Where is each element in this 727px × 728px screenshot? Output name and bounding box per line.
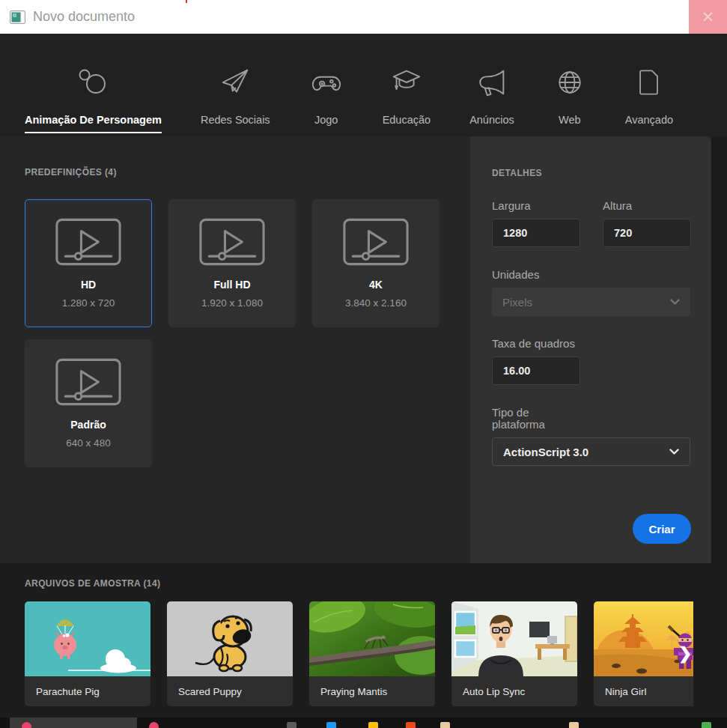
globe-icon: [553, 64, 586, 101]
window-title: Novo documento: [33, 9, 135, 25]
graduation-cap-icon: [389, 64, 424, 101]
platform-label: Tipo de plataforma: [492, 407, 690, 431]
width-label: Largura: [492, 200, 580, 212]
details-header: DETALHES: [492, 168, 690, 178]
preset-name: HD: [81, 279, 96, 291]
sample-name: Auto Lip Sync: [451, 676, 577, 706]
tab-animacao-de-personagem[interactable]: Animação De Personagem: [25, 64, 162, 136]
taskbar-icon[interactable]: [326, 722, 336, 728]
taskbar-icon[interactable]: [368, 722, 378, 728]
sample-name: Scared Puppy: [167, 676, 293, 706]
video-player-icon: [55, 358, 121, 406]
framerate-label: Taxa de quadros: [492, 338, 690, 350]
width-input[interactable]: [492, 219, 580, 247]
sample-card-auto-lip-sync[interactable]: Auto Lip Sync: [451, 601, 577, 706]
sample-name: Parachute Pig: [25, 676, 150, 706]
framerate-input[interactable]: [492, 357, 580, 385]
platform-select[interactable]: ActionScript 3.0: [492, 437, 690, 466]
megaphone-icon: [475, 64, 509, 101]
taskbar-icon[interactable]: [287, 722, 296, 728]
tab-redes-sociais[interactable]: Redes Sociais: [201, 64, 270, 136]
title-bar: Novo documento ✕: [0, 0, 727, 34]
cursor-artifact: [186, 0, 187, 3]
tab-anuncios[interactable]: Anúncios: [469, 64, 514, 136]
dialog-content: PREDEFINIÇÕES (4) HD 1.280 x 720: [0, 136, 727, 563]
height-label: Altura: [603, 200, 691, 212]
video-player-icon: [55, 218, 121, 266]
preset-name: 4K: [369, 279, 383, 291]
taskbar-icon[interactable]: [440, 722, 450, 728]
preset-grid: HD 1.280 x 720 Full HD 1.920 x 1.080: [25, 199, 470, 467]
presets-header: PREDEFINIÇÕES (4): [25, 167, 470, 178]
samples-row: Parachute Pig Scared Puppy: [25, 601, 693, 706]
document-icon: [633, 64, 666, 101]
video-player-icon: [199, 218, 265, 266]
preset-dimensions: 640 x 480: [66, 437, 110, 449]
taskbar-icon[interactable]: [702, 722, 711, 728]
preset-dimensions: 3.840 x 2.160: [345, 297, 407, 309]
auto-lip-sync-thumbnail: [451, 601, 577, 676]
right-gutter: [711, 136, 727, 563]
taskbar-icon[interactable]: [149, 722, 159, 728]
height-field: Altura: [603, 178, 691, 247]
samples-next-arrow[interactable]: ❯: [678, 644, 692, 664]
height-input[interactable]: [603, 219, 691, 247]
app-icon: [10, 10, 25, 24]
character-animation-icon: [75, 64, 111, 101]
category-tabs: Animação De Personagem Redes Sociais J: [0, 34, 727, 136]
chevron-down-icon: [670, 299, 680, 306]
scared-puppy-thumbnail: [167, 601, 293, 676]
sample-card-parachute-pig[interactable]: Parachute Pig: [25, 601, 150, 706]
preset-card-4k[interactable]: 4K 3.840 x 2.160: [312, 199, 439, 327]
units-select[interactable]: Pixels: [492, 288, 690, 316]
sample-card-scared-puppy[interactable]: Scared Puppy: [167, 601, 293, 706]
taskbar-icon[interactable]: [22, 722, 31, 728]
preset-dimensions: 1.920 x 1.080: [201, 297, 263, 309]
presets-section: PREDEFINIÇÕES (4) HD 1.280 x 720: [0, 136, 470, 467]
sample-card-praying-mantis[interactable]: Praying Mantis: [309, 601, 435, 706]
preset-card-full-hd[interactable]: Full HD 1.920 x 1.080: [168, 199, 296, 327]
preset-dimensions: 1.280 x 720: [62, 297, 115, 309]
width-field: Largura: [492, 178, 580, 247]
gamepad-icon: [309, 64, 344, 101]
preset-name: Full HD: [214, 279, 251, 291]
praying-mantis-thumbnail: [309, 601, 435, 676]
taskbar-icon[interactable]: [406, 722, 416, 728]
ninja-girl-thumbnail: [594, 601, 693, 676]
tab-educacao[interactable]: Educação: [383, 64, 431, 136]
parachute-pig-thumbnail: [25, 601, 150, 676]
taskbar-icon[interactable]: [569, 722, 579, 728]
tab-jogo[interactable]: Jogo: [309, 64, 344, 136]
paper-plane-icon: [218, 64, 252, 101]
samples-header: ARQUIVOS DE AMOSTRA (14): [25, 578, 160, 589]
new-document-dialog: Novo documento ✕ Animação De Personagem …: [0, 0, 727, 728]
create-button[interactable]: Criar: [633, 514, 691, 544]
units-label: Unidades: [492, 269, 690, 281]
windows-taskbar[interactable]: [0, 718, 727, 728]
sample-files-section: ARQUIVOS DE AMOSTRA (14): [0, 563, 727, 718]
chevron-down-icon: [669, 449, 679, 455]
video-player-icon: [343, 218, 409, 266]
close-button[interactable]: ✕: [689, 0, 727, 34]
sample-name: Praying Mantis: [309, 676, 435, 706]
preset-card-padrao[interactable]: Padrão 640 x 480: [25, 339, 152, 467]
details-panel: DETALHES Largura Altura Unidades Pixels …: [470, 136, 711, 563]
tab-web[interactable]: Web: [553, 64, 586, 136]
preset-card-hd[interactable]: HD 1.280 x 720: [25, 199, 152, 327]
tab-avancado[interactable]: Avançado: [625, 64, 673, 136]
sample-name: Ninja Girl: [594, 676, 693, 706]
preset-name: Padrão: [70, 419, 106, 431]
